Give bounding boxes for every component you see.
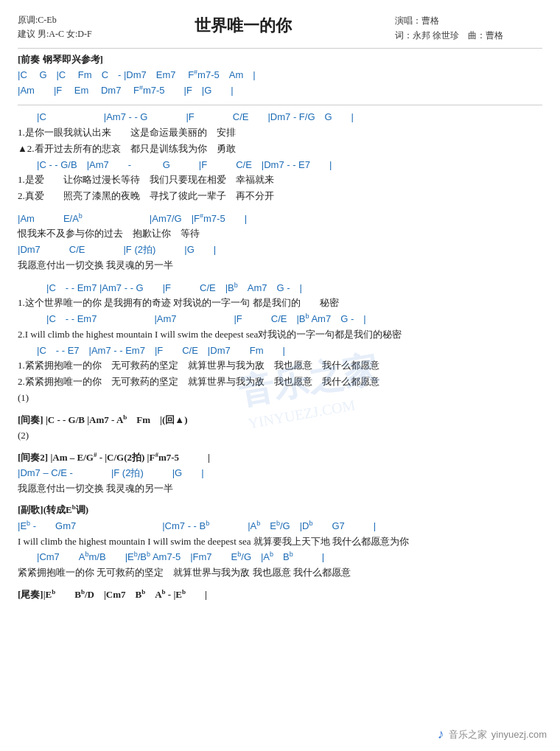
interlude2-chord: |Dm7 – C/E - |F (2拍) |G | (18, 466, 542, 481)
interlude1-note: (2) (18, 428, 542, 444)
fukao-chord1: |Eb - Gm7 |Cm7 - - Bb |Ab Eb/G |Db G7 | (18, 519, 542, 534)
interlude1-section: [间奏] |C - - G/B |Am7 - Ab Fm |(回▲) (2) (18, 413, 542, 444)
logo-text: 音乐之家 (449, 728, 487, 741)
verse1-lyric3: 1.是爱 让你略过漫长等待 我们只要现在相爱 幸福就来 (18, 172, 542, 188)
fukao-section: [副歌](转成Eb调) |Eb - Gm7 |Cm7 - - Bb |Ab Eb… (18, 503, 542, 581)
chorus-lyric1: 1.这个世界唯一的你 是我拥有的奇迹 对我说的一字一句 都是我们的 秘密 (18, 296, 542, 311)
header: 原调:C-Eb 建议 男:A-C 女:D-F 世界唯一的你 演唱：曹格 词：永邦… (18, 13, 542, 43)
fukao-lyric2: 紧紧拥抱唯一的你 无可救药的坚定 就算世界与我为敌 我也愿意 我什么都愿意 (18, 565, 542, 581)
verse1-chord2: |C - - G/B |Am7 - G |F C/E |Dm7 - - E7 | (18, 158, 542, 172)
prelude-chord2: |Am |F Em Dm7 F#m7-5 |F |G | (18, 83, 542, 98)
chorus-lyric3: 1.紧紧拥抱唯一的你 无可救药的坚定 就算世界与我为敌 我也愿意 我什么都愿意 (18, 358, 542, 374)
suggested-key: 建议 男:A-C 女:D-F (18, 27, 92, 41)
divider2 (18, 105, 542, 105)
bridge1-chord1: |Am E/Ab |Am7/G |F#m7-5 | (18, 212, 542, 226)
header-right: 演唱：曹格 词：永邦 徐世珍 曲：曹格 (395, 13, 542, 43)
prelude-label: [前奏 钢琴即兴参考] (18, 53, 542, 66)
original-key: 原调:C-Eb (18, 13, 92, 27)
divider (18, 48, 542, 49)
verse1-section: |C |Am7 - - G |F C/E |Dm7 - F/G G | 1.是你… (18, 110, 542, 203)
page: 原调:C-Eb 建议 男:A-C 女:D-F 世界唯一的你 演唱：曹格 词：永邦… (0, 0, 560, 751)
interlude2-section: [间奏2] |Am – E/G# - |C/G(2拍) |F#m7-5 | |D… (18, 451, 542, 497)
chorus-chord3: |C - - E7 |Am7 - - Em7 |F C/E |Dm7 Fm | (18, 343, 542, 358)
fukao-chord2: |Cm7 Abm/B |Eb/Bb Am7-5 |Fm7 Eb/G |Ab Bb… (18, 550, 542, 565)
interlude2-lyric: 我愿意付出一切交换 我灵魂的另一半 (18, 481, 542, 497)
outro-label: [尾奏]|Eb Bb/D |Cm7 Bb Ab - |Eb | (18, 588, 542, 601)
song-title: 世界唯一的你 (92, 13, 395, 37)
bridge1-lyric1: 恨我来不及参与你的过去 抱歉让你 等待 (18, 226, 542, 242)
logo-bottom: ♪ 音乐之家 yinyuezj.com (438, 727, 547, 742)
logo-icon: ♪ (438, 727, 444, 742)
fukao-lyric1: I will climb the highest mountain I will… (18, 534, 542, 550)
chorus-chord2: |C - - Em7 |Am7 |F C/E |Bb Am7 G - | (18, 312, 542, 326)
interlude2-label: [间奏2] |Am – E/G# - |C/G(2拍) |F#m7-5 | (18, 451, 542, 464)
verse1-chord1: |C |Am7 - - G |F C/E |Dm7 - F/G G | (18, 110, 542, 125)
chorus-section: |C - - Em7 |Am7 - - G |F C/E |Bb Am7 G -… (18, 281, 542, 406)
verse1-lyric2: ▲2.看开过去所有的悲哀 都只是训练我为你 勇敢 (18, 142, 542, 157)
fukao-label: [副歌](转成Eb调) (18, 503, 542, 517)
chorus-note1: (1) (18, 391, 542, 406)
verse1-lyric1: 1.是你一眼我就认出来 这是命运最美丽的 安排 (18, 125, 542, 141)
credits: 词：永邦 徐世珍 曲：曹格 (395, 28, 542, 43)
singer: 演唱：曹格 (395, 13, 542, 28)
bridge1-lyric2: 我愿意付出一切交换 我灵魂的另一半 (18, 258, 542, 273)
verse1-lyric4: 2.真爱 照亮了漆黑的夜晚 寻找了彼此一辈子 再不分开 (18, 189, 542, 204)
header-left: 原调:C-Eb 建议 男:A-C 女:D-F (18, 13, 92, 41)
bridge1-section: |Am E/Ab |Am7/G |F#m7-5 | 恨我来不及参与你的过去 抱歉… (18, 212, 542, 273)
chorus-lyric2: 2.I will climb the highest mountain I wi… (18, 327, 542, 343)
chorus-chord1: |C - - Em7 |Am7 - - G |F C/E |Bb Am7 G -… (18, 281, 542, 296)
chorus-lyric4: 2.紧紧拥抱唯一的你 无可救药的坚定 就算世界与我为敌 我也愿意 我什么都愿意 (18, 374, 542, 390)
bridge1-chord2: |Dm7 C/E |F (2拍) |G | (18, 242, 542, 257)
prelude-section: [前奏 钢琴即兴参考] |C G |C Fm C - |Dm7 Em7 F#m7… (18, 53, 542, 98)
outro-section: [尾奏]|Eb Bb/D |Cm7 Bb Ab - |Eb | (18, 588, 542, 601)
interlude1-label: [间奏] |C - - G/B |Am7 - Ab Fm |(回▲) (18, 413, 542, 427)
logo-url: yinyuezj.com (491, 729, 547, 740)
prelude-chord1: |C G |C Fm C - |Dm7 Em7 F#m7-5 Am | (18, 68, 542, 83)
